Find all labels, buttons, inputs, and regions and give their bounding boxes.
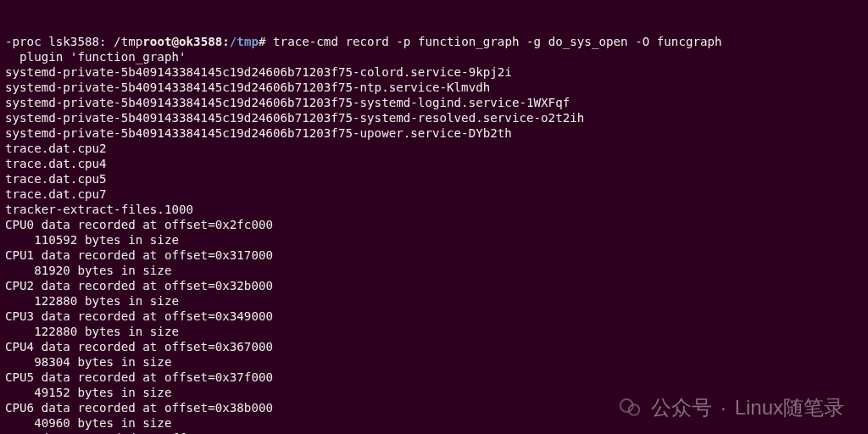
output-line: 122880 bytes in size [5, 293, 863, 309]
prompt-sep: : [222, 35, 230, 48]
output-line: 49152 bytes in size [5, 385, 863, 400]
prompt-symbol: # [259, 35, 266, 48]
output-line: trace.dat.cpu5 [5, 171, 863, 186]
prompt-user-host: root@ok3588 [142, 35, 222, 48]
output-line: 81920 bytes in size [5, 263, 863, 278]
command-text: trace-cmd record -p function_graph -g do… [273, 35, 722, 48]
output-line: trace.dat.cpu7 [5, 186, 863, 202]
output-line: plugin 'function_graph' [5, 49, 863, 64]
output-line: tracker-extract-files.1000 [5, 202, 863, 217]
output-line: CPU7 data recorded at offset=0x395000 [5, 431, 863, 434]
output-line: CPU6 data recorded at offset=0x38b000 [5, 400, 863, 415]
output-line: systemd-private-5b409143384145c19d24606b… [5, 95, 863, 110]
prompt-path: /tmp [230, 35, 259, 48]
output-line: systemd-private-5b409143384145c19d24606b… [5, 110, 863, 125]
output-line: 40960 bytes in size [5, 415, 863, 431]
output-line: trace.dat.cpu2 [5, 141, 863, 156]
output-line: 122880 bytes in size [5, 324, 863, 339]
prompt-line: -proc lsk3588: /tmproot@ok3588:/tmp# tra… [5, 34, 863, 49]
output-line: CPU4 data recorded at offset=0x367000 [5, 339, 863, 354]
prompt-prefix: -proc lsk3588: /tmp [5, 35, 142, 48]
output-line: CPU0 data recorded at offset=0x2fc000 [5, 217, 863, 232]
output-line: trace.dat.cpu4 [5, 156, 863, 171]
output-line: CPU3 data recorded at offset=0x349000 [5, 309, 863, 324]
output-line: CPU1 data recorded at offset=0x317000 [5, 248, 863, 263]
output-line: systemd-private-5b409143384145c19d24606b… [5, 125, 863, 141]
terminal-output[interactable]: -proc lsk3588: /tmproot@ok3588:/tmp# tra… [0, 0, 868, 434]
output-line: CPU2 data recorded at offset=0x32b000 [5, 278, 863, 293]
output-line: 110592 bytes in size [5, 232, 863, 248]
output-line: systemd-private-5b409143384145c19d24606b… [5, 80, 863, 95]
output-line: 98304 bytes in size [5, 354, 863, 370]
output-line: systemd-private-5b409143384145c19d24606b… [5, 64, 863, 80]
output-line: CPU5 data recorded at offset=0x37f000 [5, 370, 863, 385]
output-block: plugin 'function_graph'systemd-private-5… [5, 49, 863, 434]
